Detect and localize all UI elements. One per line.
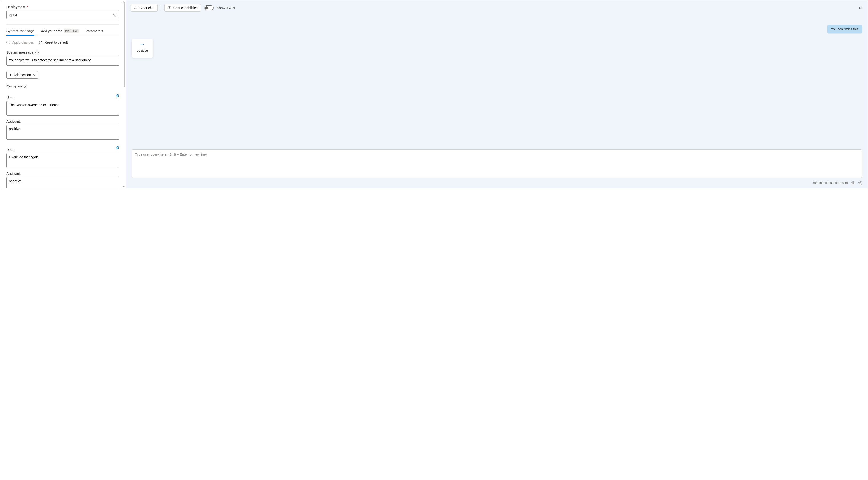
query-input-row — [126, 150, 868, 179]
plus-icon: + — [9, 73, 11, 77]
example-assistant-textarea[interactable] — [6, 177, 120, 188]
config-panel: Deployment * gpt-4 System message Add yo… — [0, 0, 126, 188]
divider — [6, 24, 120, 25]
query-input[interactable] — [131, 150, 862, 178]
chat-footer: 38/8192 tokens to be sent — [126, 179, 868, 188]
example-user-textarea[interactable] — [6, 153, 120, 168]
apply-changes-button: Apply changes — [6, 40, 34, 44]
trash-icon — [116, 146, 120, 150]
scroll-down-arrow-icon — [123, 186, 125, 187]
broom-icon — [134, 6, 137, 10]
chat-capabilities-button[interactable]: Chat capabilities — [164, 4, 201, 11]
tabs: System message Add your data PREVIEW Par… — [6, 29, 120, 36]
speaker-icon[interactable] — [859, 6, 863, 10]
example-user-textarea[interactable] — [6, 101, 120, 116]
user-label: User: — [6, 148, 14, 152]
chat-area: You can't miss this ··· positive — [126, 15, 868, 150]
delete-example-button[interactable] — [116, 146, 120, 151]
chevron-down-icon — [33, 73, 36, 76]
svg-point-0 — [169, 7, 170, 8]
info-icon[interactable]: i — [35, 51, 39, 54]
info-icon[interactable]: i — [24, 85, 27, 88]
example-header: User: — [6, 92, 120, 99]
deployment-label: Deployment * — [6, 5, 120, 9]
chat-panel: Clear chat Chat capabilities Show JSON — [126, 0, 868, 188]
toggle-knob — [205, 6, 208, 9]
system-message-textarea[interactable] — [6, 56, 120, 66]
svg-rect-1 — [852, 181, 854, 183]
gear-icon — [167, 6, 172, 10]
tab-add-your-data[interactable]: Add your data PREVIEW — [41, 29, 79, 36]
reset-icon — [39, 41, 43, 44]
assistant-label: Assistant: — [6, 172, 120, 175]
example-header: User: — [6, 145, 120, 152]
assistant-message-card: ··· positive — [131, 39, 153, 58]
user-label: User: — [6, 96, 14, 99]
message-menu-button[interactable]: ··· — [140, 42, 145, 46]
scrollbar[interactable] — [123, 0, 126, 188]
deployment-value: gpt-4 — [9, 13, 17, 17]
action-row: Apply changes Reset to default — [6, 40, 120, 44]
required-asterisk: * — [27, 5, 28, 9]
preview-badge: PREVIEW — [64, 29, 79, 33]
show-json-toggle[interactable] — [204, 5, 214, 10]
example-assistant-textarea[interactable] — [6, 125, 120, 139]
reset-default-button[interactable]: Reset to default — [39, 40, 68, 44]
add-section-button[interactable]: + Add section — [6, 71, 38, 79]
send-icon[interactable] — [858, 181, 862, 185]
chat-toolbar: Clear chat Chat capabilities Show JSON — [126, 0, 868, 15]
tab-system-message[interactable]: System message — [6, 29, 34, 36]
show-json-label: Show JSON — [217, 6, 235, 10]
assistant-label: Assistant: — [6, 120, 120, 123]
delete-example-button[interactable] — [116, 94, 120, 99]
examples-label: Examples i — [6, 84, 120, 88]
chevron-down-icon — [113, 12, 117, 17]
assistant-message-text: positive — [137, 49, 148, 52]
trash-icon — [116, 94, 120, 98]
sync-icon — [6, 40, 10, 44]
microphone-icon[interactable] — [851, 181, 855, 185]
clear-chat-button[interactable]: Clear chat — [131, 4, 158, 11]
user-message-bubble: You can't miss this — [827, 25, 862, 33]
scroll-thumb[interactable] — [124, 2, 125, 87]
token-status: 38/8192 tokens to be sent — [812, 181, 848, 185]
tab-parameters[interactable]: Parameters — [86, 29, 103, 36]
deployment-select[interactable]: gpt-4 — [6, 11, 120, 19]
system-message-label: System message i — [6, 51, 120, 54]
